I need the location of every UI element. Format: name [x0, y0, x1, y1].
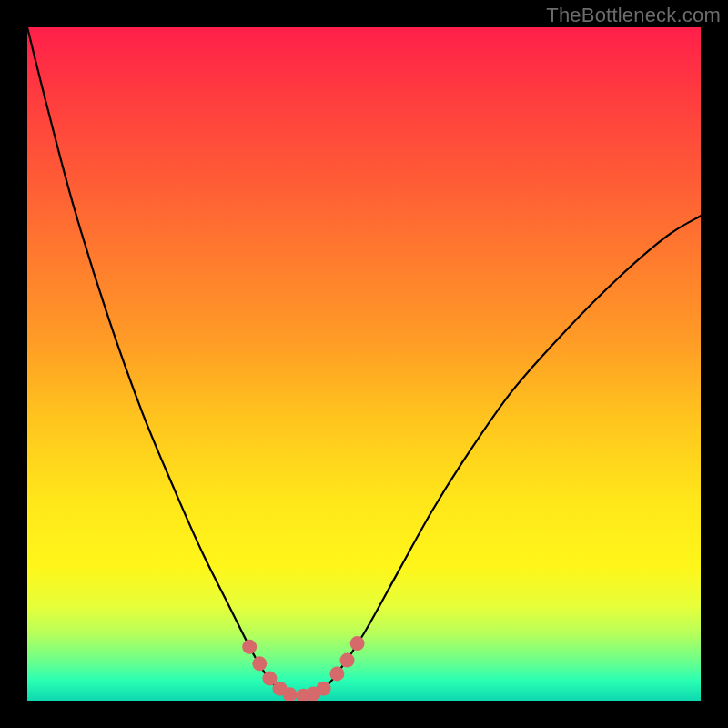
watermark-text: TheBottleneck.com [546, 4, 721, 27]
plot-area [27, 27, 701, 701]
curve-marker [350, 636, 365, 651]
curve-marker [252, 656, 267, 671]
curve-marker [329, 666, 344, 681]
chart-stage: TheBottleneck.com [0, 0, 728, 728]
curve-marker [340, 653, 355, 668]
curve-path [27, 27, 701, 696]
bottleneck-curve [27, 27, 701, 701]
curve-marker [242, 640, 257, 654]
curve-marker [317, 682, 331, 696]
